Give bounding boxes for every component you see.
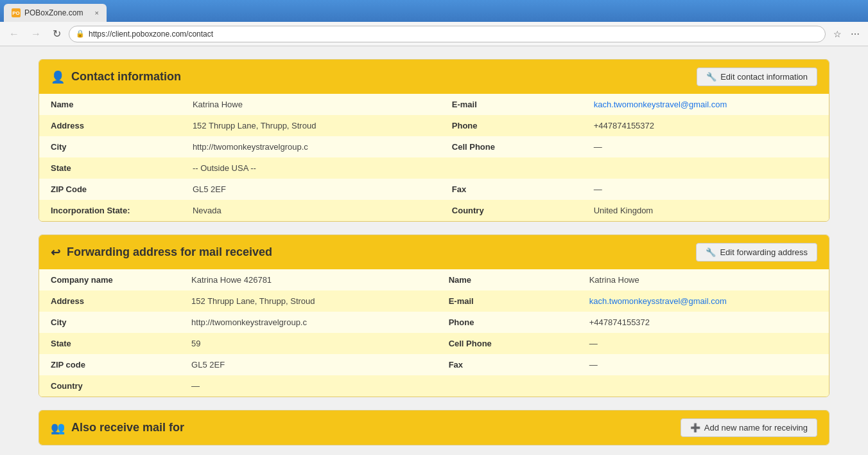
value-country: United Kingdom xyxy=(582,200,829,221)
table-row: State 59 Cell Phone — xyxy=(39,333,829,354)
value-city: http://twomonkeystravelgroup.c xyxy=(181,136,404,157)
forwarding-card-header: ↩ Forwarding address for mail received 🔧… xyxy=(39,235,829,269)
label-fw-phone: Phone xyxy=(437,312,578,333)
table-row: State -- Outside USA -- xyxy=(39,157,829,179)
label-address: Address xyxy=(39,115,181,136)
table-row: ZIP Code GL5 2EF Fax — xyxy=(39,179,829,200)
reload-button[interactable]: ↻ xyxy=(49,26,65,41)
label-fw-country: Country xyxy=(39,375,180,397)
lock-icon: 🔒 xyxy=(76,30,85,38)
wrench-icon: 🔧 xyxy=(706,72,716,82)
forwarding-info-table: Company name Katrina Howe 426781 Name Ka… xyxy=(39,269,829,397)
contact-card: 👤 Contact information 🔧 Edit contact inf… xyxy=(39,59,829,222)
forwarding-card-title-text: Forwarding address for mail received xyxy=(67,245,272,259)
fw-email-link[interactable]: kach.twomonkeysstravel@gmail.com xyxy=(589,296,727,306)
value-address: 152 Thrupp Lane, Thrupp, Stroud xyxy=(181,115,404,136)
page-content: 👤 Contact information 🔧 Edit contact inf… xyxy=(0,46,868,455)
add-name-button[interactable]: ➕ Add new name for receiving xyxy=(681,418,817,437)
browser-chrome: PO POBoxZone.com × ← → ↻ 🔒 https://clien… xyxy=(0,0,868,46)
label-fw-zip: ZIP code xyxy=(39,354,180,375)
nav-actions: ☆ ⋯ xyxy=(829,26,863,42)
forwarding-card: ↩ Forwarding address for mail received 🔧… xyxy=(39,235,829,397)
value-incorporation: Nevada xyxy=(181,200,404,221)
receive-card-title: 👥 Also receive mail for xyxy=(51,421,184,435)
forwarding-card-title: ↩ Forwarding address for mail received xyxy=(51,245,272,260)
back-button[interactable]: ← xyxy=(5,27,23,41)
tab-close-button[interactable]: × xyxy=(95,9,99,17)
active-tab[interactable]: PO POBoxZone.com × xyxy=(4,4,107,22)
nav-bar: ← → ↻ 🔒 https://client.poboxzone.com/con… xyxy=(0,22,868,46)
contact-card-title: 👤 Contact information xyxy=(51,70,181,84)
value-fw-empty xyxy=(578,375,829,397)
value-fw-fax: — xyxy=(578,354,829,375)
url-text: https://client.poboxzone.com/contact xyxy=(89,30,819,39)
tab-label: POBoxZone.com xyxy=(24,8,83,17)
table-row: Address 152 Thrupp Lane, Thrupp, Stroud … xyxy=(39,290,829,312)
value-fw-state: 59 xyxy=(180,333,401,354)
label-phone: Phone xyxy=(440,115,582,136)
value-fw-country: — xyxy=(180,375,401,397)
edit-forwarding-label: Edit forwarding address xyxy=(720,247,808,257)
label-state: State xyxy=(39,157,181,179)
value-cell-phone: — xyxy=(582,136,829,157)
bookmark-button[interactable]: ☆ xyxy=(829,26,845,42)
label-city: City xyxy=(39,136,181,157)
label-fw-empty xyxy=(437,375,578,397)
label-country: Country xyxy=(440,200,582,221)
table-row: Name Katrina Howe E-mail kach.twomonkeys… xyxy=(39,94,829,115)
edit-contact-label: Edit contact information xyxy=(720,72,808,82)
extensions-button[interactable]: ⋯ xyxy=(847,26,863,42)
value-phone: +447874155372 xyxy=(582,115,829,136)
tab-bar: PO POBoxZone.com × xyxy=(0,0,868,22)
label-zip: ZIP Code xyxy=(39,179,181,200)
label-incorporation: Incorporation State: xyxy=(39,200,181,221)
label-fw-address: Address xyxy=(39,290,180,312)
receive-card-title-text: Also receive mail for xyxy=(71,421,184,434)
add-name-label: Add new name for receiving xyxy=(704,423,808,433)
label-empty xyxy=(440,157,582,179)
value-fw-address: 152 Thrupp Lane, Thrupp, Stroud xyxy=(180,290,401,312)
label-cell-phone: Cell Phone xyxy=(440,136,582,157)
table-row: Company name Katrina Howe 426781 Name Ka… xyxy=(39,269,829,290)
table-row: Country — xyxy=(39,375,829,397)
table-row: ZIP code GL5 2EF Fax — xyxy=(39,354,829,375)
person-icon: 👤 xyxy=(51,70,65,84)
value-fax: — xyxy=(582,179,829,200)
forward-button[interactable]: → xyxy=(27,27,45,41)
table-row: City http://twomonkeystravelgroup.c Cell… xyxy=(39,136,829,157)
receive-card-header: 👥 Also receive mail for ➕ Add new name f… xyxy=(39,411,829,445)
value-fw-cell-phone: — xyxy=(578,333,829,354)
wrench-icon-2: 🔧 xyxy=(706,247,716,257)
edit-forwarding-button[interactable]: 🔧 Edit forwarding address xyxy=(696,243,817,262)
value-fw-phone: +447874155372 xyxy=(578,312,829,333)
contact-info-table: Name Katrina Howe E-mail kach.twomonkeys… xyxy=(39,94,829,221)
value-empty xyxy=(582,157,829,179)
value-fw-name: Katrina Howe xyxy=(578,269,829,290)
value-state: -- Outside USA -- xyxy=(181,157,404,179)
table-row: Incorporation State: Nevada Country Unit… xyxy=(39,200,829,221)
email-link[interactable]: kach.twomonkeystravel@gmail.com xyxy=(594,100,727,109)
mail-icon: ↩ xyxy=(51,245,60,260)
value-email: kach.twomonkeystravel@gmail.com xyxy=(582,94,829,115)
contact-card-title-text: Contact information xyxy=(71,70,181,84)
value-zip: GL5 2EF xyxy=(181,179,404,200)
value-fw-city: http://twomonkeystravelgroup.c xyxy=(180,312,401,333)
label-fw-cell-phone: Cell Phone xyxy=(437,333,578,354)
add-person-icon: 👥 xyxy=(51,421,65,435)
address-bar[interactable]: 🔒 https://client.poboxzone.com/contact xyxy=(69,26,826,42)
label-company: Company name xyxy=(39,269,180,290)
tab-favicon: PO xyxy=(12,8,21,17)
edit-contact-button[interactable]: 🔧 Edit contact information xyxy=(697,67,817,86)
value-company: Katrina Howe 426781 xyxy=(180,269,401,290)
label-fw-city: City xyxy=(39,312,180,333)
label-fw-name: Name xyxy=(437,269,578,290)
table-row: Address 152 Thrupp Lane, Thrupp, Stroud … xyxy=(39,115,829,136)
plus-icon: ➕ xyxy=(690,423,700,433)
label-fax: Fax xyxy=(440,179,582,200)
label-name: Name xyxy=(39,94,181,115)
value-fw-email: kach.twomonkeysstravel@gmail.com xyxy=(578,290,829,312)
label-fw-email: E-mail xyxy=(437,290,578,312)
label-email: E-mail xyxy=(440,94,582,115)
value-fw-zip: GL5 2EF xyxy=(180,354,401,375)
value-name: Katrina Howe xyxy=(181,94,404,115)
